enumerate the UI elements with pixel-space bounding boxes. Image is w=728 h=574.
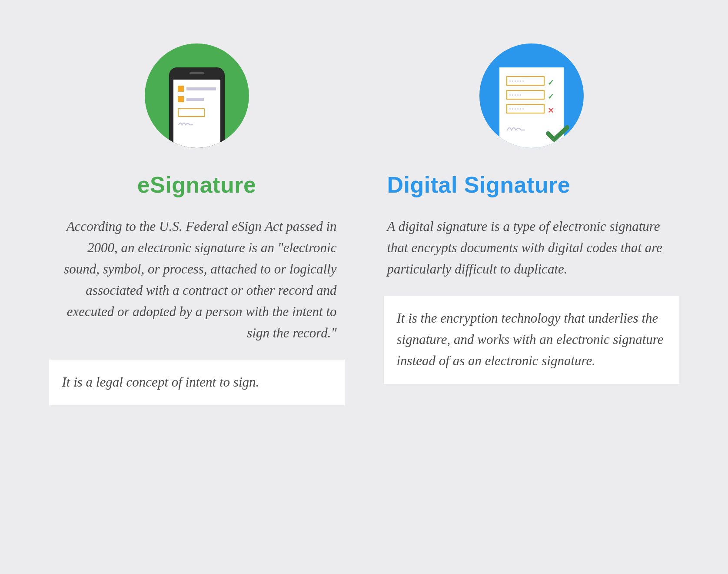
esignature-body: According to the U.S. Federal eSign Act … — [49, 216, 345, 344]
digital-signature-highlight: It is the encryption technology that und… — [384, 296, 679, 384]
check-icon: ✓ — [548, 78, 554, 87]
esignature-heading: eSignature — [49, 172, 345, 198]
digital-signature-body: A digital signature is a type of electro… — [384, 216, 679, 280]
esignature-column: eSignature According to the U.S. Federal… — [49, 43, 345, 405]
esignature-icon-wrapper — [49, 43, 345, 148]
large-check-icon — [546, 125, 569, 142]
check-icon: ✓ — [548, 92, 554, 101]
comparison-container: eSignature According to the U.S. Federal… — [48, 43, 680, 405]
document-icon: ✓ ✓ ✕ — [499, 67, 564, 148]
digital-signature-column: ✓ ✓ ✕ — [384, 43, 679, 405]
phone-icon — [169, 67, 225, 148]
digital-signature-icon-circle: ✓ ✓ ✕ — [479, 43, 584, 148]
digital-signature-icon-wrapper: ✓ ✓ ✕ — [384, 43, 679, 148]
esignature-highlight: It is a legal concept of intent to sign. — [49, 360, 345, 405]
signature-scribble-icon — [506, 125, 531, 132]
digital-signature-heading: Digital Signature — [384, 172, 679, 198]
esignature-icon-circle — [145, 43, 249, 148]
phone-screen — [173, 80, 220, 148]
signature-scribble-icon — [178, 120, 198, 127]
x-icon: ✕ — [548, 106, 554, 115]
